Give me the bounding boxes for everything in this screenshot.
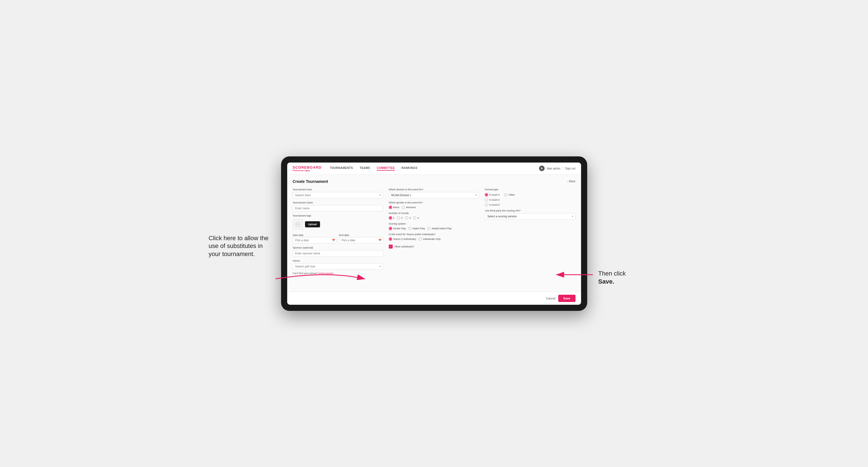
format-5count4[interactable]: 5 count 4 bbox=[485, 193, 500, 196]
event-type-radio-group: Teams (+Individuals) Individuals Only bbox=[389, 238, 479, 241]
gender-radio-group: Mens Womens bbox=[389, 206, 479, 209]
gender-group: Which gender is the event for? Mens Wome… bbox=[389, 201, 479, 209]
scoring-match-radio[interactable] bbox=[408, 227, 412, 230]
tournament-name-input[interactable] bbox=[293, 205, 383, 212]
svg-rect-2 bbox=[296, 222, 300, 226]
scoring-radio-group: Stroke Play Match Play Medal Match Play bbox=[389, 227, 479, 230]
event-type-group: Is this event for Teams and/or Individua… bbox=[389, 233, 479, 241]
page-header: Create Tournament Back bbox=[293, 179, 576, 184]
header-right: B blair admin Sign out bbox=[539, 165, 576, 171]
format-label: Format type bbox=[485, 188, 575, 191]
gender-womens[interactable]: Womens bbox=[402, 206, 416, 209]
format-row-1: 5 count 4 Other bbox=[485, 193, 575, 196]
sponsor-label: Sponsor (optional) bbox=[293, 246, 383, 249]
save-button[interactable]: Save bbox=[558, 295, 576, 302]
substitutes-group: ✓ Allow substitutes? bbox=[389, 244, 479, 249]
start-date-wrapper: 📅 bbox=[293, 237, 337, 244]
logo-board: BOARD bbox=[307, 165, 322, 169]
scoring-group: Scoring system Stroke Play Match Play bbox=[389, 222, 479, 230]
scoring-api-select-wrapper: Select a scoring service bbox=[485, 213, 575, 220]
format-other[interactable]: Other bbox=[504, 193, 515, 196]
rounds-1[interactable]: 1 bbox=[389, 216, 395, 220]
start-date-label: Start date bbox=[293, 234, 304, 237]
page-title: Create Tournament bbox=[293, 179, 328, 184]
nav-rankings[interactable]: RANKINGS bbox=[402, 166, 417, 170]
rounds-3[interactable]: 3 bbox=[405, 216, 411, 220]
date-row: Start date 📅 End date bbox=[293, 232, 383, 244]
tournament-host-label: Tournament Host bbox=[293, 188, 383, 191]
scoring-stroke-radio[interactable] bbox=[389, 227, 392, 230]
rounds-label: Number of rounds bbox=[389, 212, 479, 215]
tablet-frame: SCOREBOARD Powered by clippd TOURNAMENTS… bbox=[281, 156, 587, 311]
tournament-name-group: Tournament name bbox=[293, 201, 383, 212]
format-6count4-radio[interactable] bbox=[485, 198, 488, 201]
scoring-label: Scoring system bbox=[389, 222, 479, 225]
event-individuals[interactable]: Individuals Only bbox=[418, 238, 441, 241]
format-options: 5 count 4 Other 6 count 4 bbox=[485, 193, 575, 207]
substitutes-checkbox[interactable]: ✓ bbox=[389, 245, 393, 249]
scoring-medal-radio[interactable] bbox=[427, 227, 431, 230]
gender-mens-radio[interactable] bbox=[389, 206, 392, 209]
rounds-2-radio[interactable] bbox=[397, 216, 400, 220]
substitutes-checkbox-item[interactable]: ✓ Allow substitutes? bbox=[389, 245, 479, 249]
rounds-group: Number of rounds 1 2 bbox=[389, 212, 479, 220]
format-other-radio[interactable] bbox=[504, 193, 507, 196]
username: blair admin bbox=[547, 167, 560, 170]
format-6count5-radio[interactable] bbox=[485, 203, 488, 207]
rounds-4[interactable]: 4 bbox=[413, 216, 419, 220]
rounds-2[interactable]: 2 bbox=[397, 216, 403, 220]
sponsor-input[interactable] bbox=[293, 250, 383, 257]
user-avatar: B bbox=[539, 165, 545, 171]
division-select[interactable]: NCAA Division I bbox=[389, 192, 479, 198]
gender-label: Which gender is the event for? bbox=[389, 201, 479, 204]
rounds-radio-group: 1 2 3 bbox=[389, 216, 479, 220]
upload-button[interactable]: Upload bbox=[305, 221, 320, 227]
main-nav: TOURNAMENTS TEAMS COMMITTEE RANKINGS bbox=[330, 166, 539, 170]
sponsor-group: Sponsor (optional) bbox=[293, 246, 383, 257]
cancel-button[interactable]: Cancel bbox=[546, 297, 556, 300]
scoring-api-select[interactable]: Select a scoring service bbox=[485, 213, 575, 220]
tournament-host-input[interactable] bbox=[293, 192, 383, 198]
division-label: Which division is the event for? bbox=[389, 188, 479, 191]
end-date-input[interactable] bbox=[339, 237, 383, 244]
calendar-icon-end: 📅 bbox=[378, 239, 381, 242]
event-teams-radio[interactable] bbox=[389, 238, 392, 241]
nav-teams[interactable]: TEAMS bbox=[360, 166, 370, 170]
format-6count4[interactable]: 6 count 4 bbox=[485, 198, 575, 201]
venue-note: Can't find your venue? email support bbox=[293, 272, 383, 275]
format-5count4-radio[interactable] bbox=[485, 193, 488, 196]
event-teams[interactable]: Teams (+Individuals) bbox=[389, 238, 416, 241]
tournament-logo-group: Tournament logo Upload bbox=[293, 214, 383, 229]
back-button[interactable]: Back bbox=[567, 180, 575, 183]
sign-out-link[interactable]: Sign out bbox=[565, 167, 576, 170]
scoring-stroke[interactable]: Stroke Play bbox=[389, 227, 406, 230]
rounds-3-radio[interactable] bbox=[405, 216, 408, 220]
annotation-right: Then click Save. bbox=[598, 270, 648, 285]
scoring-match[interactable]: Match Play bbox=[408, 227, 425, 230]
start-date-input[interactable] bbox=[293, 237, 337, 244]
logo-score: SCORE bbox=[293, 165, 307, 169]
nav-tournaments[interactable]: TOURNAMENTS bbox=[330, 166, 353, 170]
gender-mens[interactable]: Mens bbox=[389, 206, 399, 209]
form-column-1: Tournament Host Tournament name Tourname… bbox=[293, 188, 383, 275]
tablet-screen: SCOREBOARD Powered by clippd TOURNAMENTS… bbox=[287, 162, 581, 305]
rounds-1-radio[interactable] bbox=[389, 216, 392, 220]
end-date-group: End date 📅 bbox=[339, 232, 383, 244]
page-footer: Cancel Save bbox=[287, 292, 581, 305]
image-icon bbox=[295, 222, 300, 227]
scoring-medal[interactable]: Medal Match Play bbox=[427, 227, 452, 230]
rounds-4-radio[interactable] bbox=[413, 216, 416, 220]
gender-womens-radio[interactable] bbox=[402, 206, 405, 209]
venue-label: Venue bbox=[293, 259, 383, 262]
email-support-link[interactable]: email support bbox=[318, 272, 333, 275]
scoring-api-group: Use third-party live scoring API? Select… bbox=[485, 209, 575, 220]
tournament-host-select-wrapper bbox=[293, 192, 383, 198]
venue-input[interactable] bbox=[293, 263, 383, 270]
event-individuals-radio[interactable] bbox=[418, 238, 422, 241]
tournament-logo-label: Tournament logo bbox=[293, 214, 383, 217]
format-group: Format type 5 count 4 Other bbox=[485, 188, 575, 207]
format-6count5[interactable]: 6 count 5 bbox=[485, 203, 575, 207]
nav-committee[interactable]: COMMITTEE bbox=[377, 166, 395, 170]
logo-upload-area: Upload bbox=[293, 219, 383, 229]
division-group: Which division is the event for? NCAA Di… bbox=[389, 188, 479, 198]
